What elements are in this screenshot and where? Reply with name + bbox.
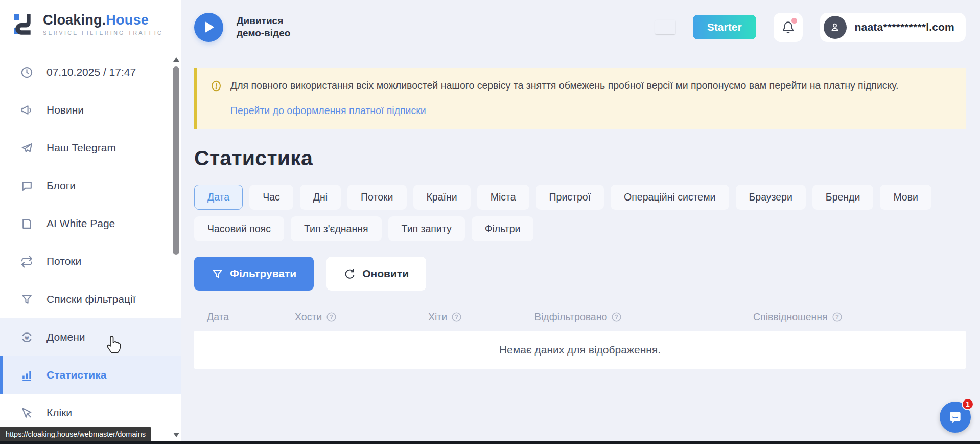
filter-tabs: Дата Час Дні Потоки Країни Міста Пристро…	[194, 185, 966, 241]
brand-logo[interactable]: Cloaking.House SERVICE FILTERING TRAFFIC	[0, 0, 181, 36]
sidebar-item-ai-white-page[interactable]: AI White Page	[0, 205, 181, 242]
telegram-icon	[20, 142, 33, 154]
funnel-icon	[212, 268, 223, 280]
clock-icon	[20, 66, 33, 79]
ukraine-flag-icon[interactable]	[655, 20, 675, 34]
brand-tagline: SERVICE FILTERING TRAFFIC	[43, 30, 163, 36]
megaphone-icon	[20, 104, 33, 117]
filter-button[interactable]: Фільтрувати	[194, 257, 314, 291]
sidebar-item-label: Кліки	[46, 407, 72, 419]
play-button[interactable]	[194, 13, 223, 42]
tab-days[interactable]: Дні	[300, 185, 341, 210]
notifications-button[interactable]	[774, 13, 803, 42]
subscribe-link[interactable]: Перейти до оформлення платної підписки	[230, 105, 426, 117]
play-icon	[205, 21, 214, 33]
sidebar-item-label: Блоги	[46, 180, 76, 192]
funnel-icon	[20, 293, 33, 306]
plan-starter-button[interactable]: Starter	[693, 15, 756, 39]
sidebar-item-domains[interactable]: w Домени	[0, 318, 181, 356]
sidebar-item-filter-lists[interactable]: Списки фільтрації	[0, 280, 181, 318]
help-icon[interactable]: ?	[832, 312, 843, 322]
demo-video-label: Дивитися демо-відео	[237, 15, 290, 39]
tab-languages[interactable]: Мови	[880, 185, 931, 210]
tab-date[interactable]: Дата	[194, 185, 243, 210]
person-icon	[829, 21, 841, 33]
tab-timezone[interactable]: Часовий пояс	[194, 216, 284, 241]
refresh-icon	[344, 268, 356, 280]
empty-state-message: Немає даних для відображення.	[499, 344, 661, 356]
sidebar-item-streams[interactable]: Потоки	[0, 242, 181, 280]
sidebar-item-statistics[interactable]: Статистика	[0, 356, 181, 394]
help-icon[interactable]: ?	[326, 312, 337, 322]
column-date: Дата	[207, 311, 295, 323]
sidebar-item-label: Потоки	[46, 255, 81, 268]
column-hosts: Хости ?	[295, 311, 428, 323]
sidebar-item-blogs[interactable]: Блоги	[0, 167, 181, 205]
svg-text:w: w	[25, 335, 29, 340]
sidebar-item-label: AI White Page	[46, 217, 115, 230]
demo-video[interactable]: Дивитися демо-відео	[194, 13, 290, 42]
svg-text:?: ?	[615, 314, 618, 320]
help-icon[interactable]: ?	[611, 312, 622, 322]
refresh-button[interactable]: Оновити	[326, 257, 426, 291]
topbar: Дивитися демо-відео Starter naata*******…	[181, 0, 980, 54]
tab-operating-systems[interactable]: Операційні системи	[611, 185, 729, 210]
page-icon	[20, 217, 33, 230]
table-header: Дата Хости ? Хіти ? Відфільтровано ? Спі…	[194, 311, 966, 323]
sidebar-scrollbar-thumb[interactable]	[173, 66, 179, 255]
tab-filters[interactable]: Фільтри	[472, 216, 534, 241]
scrollbar-up-arrow[interactable]	[173, 57, 179, 62]
sidebar-item-label: Домени	[46, 331, 85, 343]
sidebar-item-label: Новини	[46, 104, 84, 116]
tab-cities[interactable]: Міста	[477, 185, 529, 210]
sidebar-item-telegram[interactable]: Наш Telegram	[0, 129, 181, 167]
tab-devices[interactable]: Пристрої	[536, 185, 604, 210]
window-bottom-edge	[0, 441, 980, 444]
help-icon[interactable]: ?	[451, 312, 462, 322]
sidebar-item-label: Статистика	[46, 369, 106, 381]
svg-text:?: ?	[455, 314, 458, 320]
chat-bubble-icon	[20, 180, 33, 192]
tab-countries[interactable]: Країни	[413, 185, 471, 210]
cursor-icon	[20, 407, 33, 419]
column-hits: Хіти ?	[428, 311, 534, 323]
chat-unread-badge: 1	[962, 398, 974, 410]
bar-chart-icon	[20, 369, 33, 382]
svg-text:?: ?	[330, 314, 333, 320]
sidebar: Cloaking.House SERVICE FILTERING TRAFFIC…	[0, 0, 181, 444]
sidebar-item-label: 07.10.2025 / 17:47	[46, 66, 136, 78]
empty-table-row: Немає даних для відображення.	[194, 331, 966, 369]
repeat-icon	[20, 255, 33, 268]
account-menu[interactable]: naata**********l.com	[820, 13, 966, 42]
sidebar-item-label: Списки фільтрації	[46, 293, 136, 305]
user-email: naata**********l.com	[855, 21, 954, 33]
sidebar-item-datetime: 07.10.2025 / 17:47	[0, 53, 181, 91]
tab-request-type[interactable]: Тип запиту	[388, 216, 465, 241]
column-filtered: Відфільтровано ?	[534, 311, 753, 323]
tab-streams[interactable]: Потоки	[347, 185, 406, 210]
brand-name: Cloaking.House	[43, 12, 163, 28]
trial-warning-banner: Для повного використання всіх можливосте…	[194, 68, 966, 129]
page-title: Статистика	[194, 146, 966, 170]
domains-icon: w	[20, 331, 33, 344]
svg-text:?: ?	[835, 314, 838, 320]
tab-connection-type[interactable]: Тип з'єднання	[291, 216, 382, 241]
main-content: Дивитися демо-відео Starter naata*******…	[181, 0, 980, 444]
status-bar-url: https://cloaking.house/webmaster/domains	[0, 427, 151, 441]
sidebar-item-clicks[interactable]: Кліки	[0, 394, 181, 432]
scrollbar-down-arrow[interactable]	[173, 433, 179, 437]
chat-widget-button[interactable]: 1	[940, 402, 971, 433]
tab-browsers[interactable]: Браузери	[736, 185, 806, 210]
avatar	[824, 16, 847, 39]
sidebar-item-news[interactable]: Новини	[0, 91, 181, 129]
banner-text: Для повного використання всіх можливосте…	[230, 79, 899, 93]
sidebar-item-label: Наш Telegram	[46, 142, 116, 154]
sidebar-nav: 07.10.2025 / 17:47 Новини Наш Telegram Б…	[0, 53, 181, 432]
notification-dot	[791, 18, 797, 24]
column-ratio: Співвідношення ?	[753, 311, 966, 323]
chat-smile-icon	[947, 409, 963, 425]
tab-time[interactable]: Час	[249, 185, 293, 210]
brand-logo-icon	[12, 12, 36, 36]
tab-brands[interactable]: Бренди	[812, 185, 874, 210]
warning-icon	[210, 80, 222, 92]
